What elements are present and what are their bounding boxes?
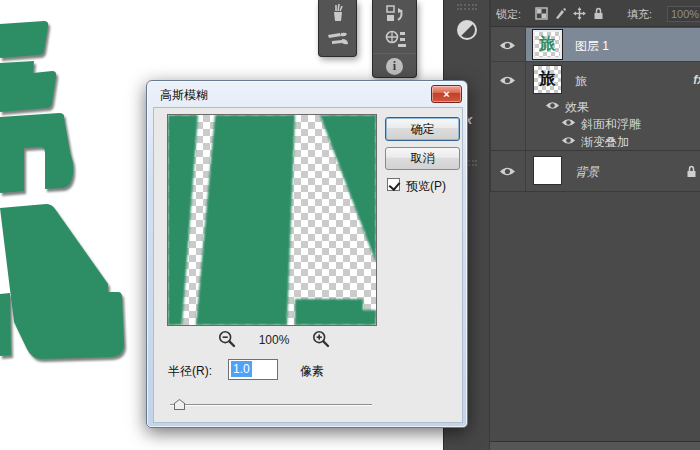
layer-row-lv[interactable]: 旅 旅 fx	[491, 63, 700, 97]
radius-slider-thumb[interactable]	[174, 399, 185, 410]
lock-label: 锁定:	[496, 7, 521, 22]
blur-preview-image	[168, 115, 376, 325]
layer-thumbnail[interactable]: 旅	[533, 65, 562, 94]
dialog-body: 确定 取消 预览(P) 100% 半径(R): 1.0	[153, 107, 463, 423]
layer-name[interactable]: 图层 1	[575, 38, 609, 55]
effect-row-bevel-emboss[interactable]: 斜面和浮雕	[491, 114, 700, 131]
cancel-button[interactable]: 取消	[385, 147, 460, 170]
radius-slider-track[interactable]	[170, 404, 372, 406]
visibility-eye-icon[interactable]	[545, 100, 560, 111]
photoshop-window: i fx 锁定:	[0, 0, 700, 450]
brush-panel-icon[interactable]	[326, 29, 350, 47]
radius-label: 半径(R):	[168, 363, 212, 380]
adjustments-panel-icon[interactable]	[457, 20, 477, 40]
layer-name[interactable]: 旅	[575, 73, 587, 90]
effect-row-gradient-overlay[interactable]: 渐变叠加	[491, 131, 700, 149]
layer-thumbnail[interactable]	[533, 156, 562, 185]
layer-locked-icon	[685, 165, 698, 178]
clone-source-icon[interactable]	[383, 29, 407, 49]
ok-button[interactable]: 确定	[385, 117, 460, 141]
layer-row-background[interactable]: 背景	[491, 151, 700, 191]
visibility-eye-icon[interactable]	[561, 117, 576, 128]
visibility-eye-icon[interactable]	[499, 75, 516, 86]
fill-value[interactable]: 100%	[667, 6, 700, 22]
layer-row-layer1[interactable]: 旅 图层 1	[491, 28, 700, 62]
lock-pixels-brush-icon[interactable]	[554, 7, 567, 20]
layer-thumbnail[interactable]: 旅	[533, 30, 562, 59]
floating-panel-strip-brushes	[318, 0, 357, 57]
gaussian-blur-dialog: 高斯模糊 × 确定 取消 预览(P)	[146, 80, 468, 428]
visibility-eye-icon[interactable]	[499, 166, 516, 177]
brush-presets-icon[interactable]	[327, 3, 349, 23]
zoom-level: 100%	[246, 333, 302, 347]
info-panel-icon[interactable]: i	[386, 58, 403, 75]
floating-panel-strip-history: i	[372, 0, 417, 78]
effect-label-gradient-overlay[interactable]: 渐变叠加	[581, 134, 629, 151]
radius-value-selected-text: 1.0	[231, 361, 252, 377]
layer-fx-badge[interactable]: fx	[693, 73, 700, 87]
dialog-title: 高斯模糊	[160, 87, 208, 104]
layers-panel-empty-area	[490, 192, 700, 441]
eye-column-divider	[525, 28, 526, 191]
history-panel-icon[interactable]	[383, 3, 407, 25]
blur-preview[interactable]	[167, 114, 377, 326]
visibility-eye-icon[interactable]	[499, 40, 516, 51]
preview-checkbox-label: 预览(P)	[406, 178, 446, 195]
dialog-close-button[interactable]: ×	[431, 85, 462, 103]
lock-position-move-icon[interactable]	[573, 7, 586, 20]
radius-input[interactable]: 1.0	[228, 359, 278, 380]
lock-transparency-icon[interactable]	[535, 7, 548, 20]
layers-panel-bottom-edge	[490, 441, 700, 450]
effects-group-row[interactable]: 效果	[491, 97, 700, 114]
preview-checkbox[interactable]	[387, 178, 400, 191]
radius-unit-label: 像素	[300, 363, 324, 380]
layers-lock-bar: 锁定: 填充: 100%	[491, 0, 700, 27]
zoom-out-icon[interactable]	[218, 330, 236, 348]
fill-label: 填充:	[627, 7, 652, 22]
layer-name[interactable]: 背景	[575, 164, 599, 181]
visibility-eye-icon[interactable]	[561, 135, 576, 146]
zoom-in-icon[interactable]	[312, 330, 330, 348]
lock-all-icon[interactable]	[592, 7, 605, 20]
dock-grip-handle[interactable]	[457, 4, 477, 10]
panel-strip-divider	[373, 53, 416, 54]
